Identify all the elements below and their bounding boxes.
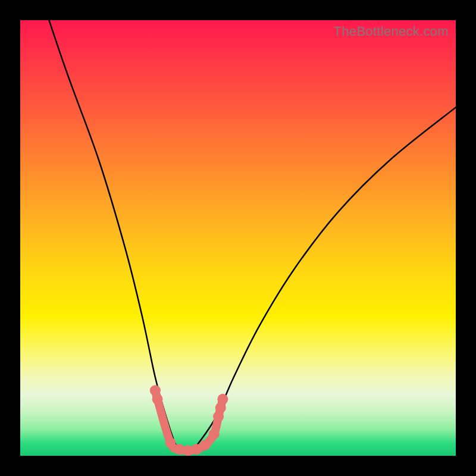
plot-area: TheBottleneck.com [20,20,456,456]
chart-svg [20,20,456,456]
marker-dot [217,394,228,405]
chart-frame: TheBottleneck.com [0,0,476,476]
curve-group [20,20,456,453]
marker-dot [165,437,176,448]
bottleneck-curve-path [20,20,456,453]
marker-dot [200,440,211,450]
marker-group [150,385,228,456]
marker-dot [152,394,163,405]
marker-dot [209,428,220,439]
